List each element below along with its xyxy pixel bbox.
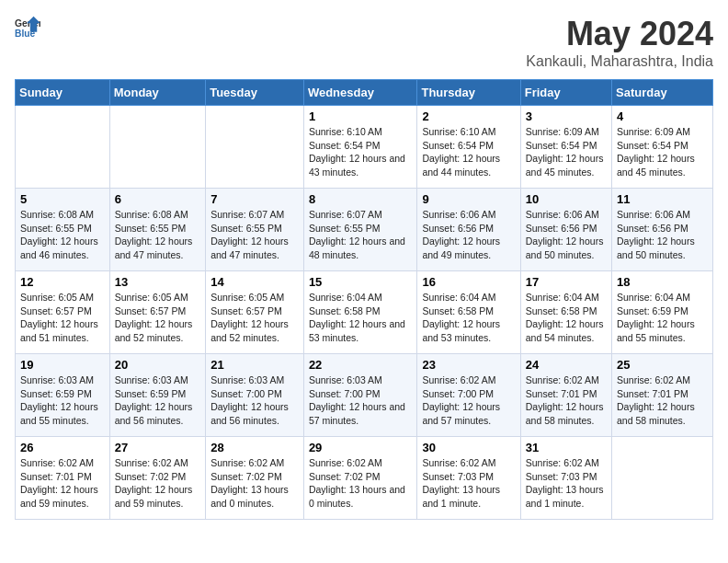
day-number: 1 [309,109,413,123]
day-number: 12 [20,275,105,289]
day-info: Sunrise: 6:05 AM Sunset: 6:57 PM Dayligh… [210,291,299,345]
calendar-body: 1Sunrise: 6:10 AM Sunset: 6:54 PM Daylig… [16,106,713,520]
day-info: Sunrise: 6:04 AM Sunset: 6:58 PM Dayligh… [422,291,515,345]
main-title: May 2024 [526,15,713,53]
day-number: 23 [422,358,515,372]
day-cell: 16Sunrise: 6:04 AM Sunset: 6:58 PM Dayli… [417,271,520,354]
day-number: 7 [210,192,299,206]
day-info: Sunrise: 6:02 AM Sunset: 7:00 PM Dayligh… [422,373,515,428]
day-info: Sunrise: 6:06 AM Sunset: 6:56 PM Dayligh… [617,208,708,262]
day-number: 20 [115,358,200,372]
day-number: 25 [617,358,708,372]
day-info: Sunrise: 6:02 AM Sunset: 7:02 PM Dayligh… [210,456,299,511]
day-cell: 26Sunrise: 6:02 AM Sunset: 7:01 PM Dayli… [16,437,110,520]
day-cell: 3Sunrise: 6:09 AM Sunset: 6:54 PM Daylig… [520,106,611,189]
day-info: Sunrise: 6:04 AM Sunset: 6:58 PM Dayligh… [526,291,607,345]
calendar-table: SundayMondayTuesdayWednesdayThursdayFrid… [15,79,713,520]
day-info: Sunrise: 6:04 AM Sunset: 6:58 PM Dayligh… [309,291,413,345]
day-cell: 27Sunrise: 6:02 AM Sunset: 7:02 PM Dayli… [109,437,205,520]
day-cell: 5Sunrise: 6:08 AM Sunset: 6:55 PM Daylig… [16,189,110,271]
day-number: 2 [422,109,515,123]
header-cell-monday: Monday [109,80,205,106]
day-number: 16 [422,275,515,289]
day-info: Sunrise: 6:02 AM Sunset: 7:02 PM Dayligh… [309,456,413,511]
day-number: 14 [210,275,299,289]
day-cell: 20Sunrise: 6:03 AM Sunset: 6:59 PM Dayli… [109,354,205,437]
day-cell: 4Sunrise: 6:09 AM Sunset: 6:54 PM Daylig… [612,106,713,189]
day-info: Sunrise: 6:02 AM Sunset: 7:01 PM Dayligh… [617,373,708,428]
day-number: 19 [20,358,105,372]
day-info: Sunrise: 6:02 AM Sunset: 7:02 PM Dayligh… [115,456,200,511]
day-cell: 15Sunrise: 6:04 AM Sunset: 6:58 PM Dayli… [303,271,417,354]
day-cell: 18Sunrise: 6:04 AM Sunset: 6:59 PM Dayli… [612,271,713,354]
day-info: Sunrise: 6:04 AM Sunset: 6:59 PM Dayligh… [617,291,708,345]
day-info: Sunrise: 6:09 AM Sunset: 6:54 PM Dayligh… [526,125,607,179]
subtitle: Kankauli, Maharashtra, India [526,53,713,70]
day-number: 4 [617,109,708,123]
calendar-header: SundayMondayTuesdayWednesdayThursdayFrid… [16,80,713,106]
header-cell-thursday: Thursday [417,80,520,106]
day-number: 28 [210,441,299,454]
day-cell: 14Sunrise: 6:05 AM Sunset: 6:57 PM Dayli… [206,271,304,354]
day-cell: 6Sunrise: 6:08 AM Sunset: 6:55 PM Daylig… [109,189,205,271]
day-number: 31 [526,441,607,454]
day-info: Sunrise: 6:06 AM Sunset: 6:56 PM Dayligh… [422,208,515,262]
day-cell: 17Sunrise: 6:04 AM Sunset: 6:58 PM Dayli… [520,271,611,354]
header-cell-saturday: Saturday [612,80,713,106]
week-row-4: 19Sunrise: 6:03 AM Sunset: 6:59 PM Dayli… [16,354,713,437]
day-cell: 8Sunrise: 6:07 AM Sunset: 6:55 PM Daylig… [303,189,417,271]
day-number: 17 [526,275,607,289]
day-cell [16,106,110,189]
day-cell [109,106,205,189]
day-cell: 19Sunrise: 6:03 AM Sunset: 6:59 PM Dayli… [16,354,110,437]
day-cell: 10Sunrise: 6:06 AM Sunset: 6:56 PM Dayli… [520,189,611,271]
header: General Blue May 2024 Kankauli, Maharash… [15,15,713,70]
week-row-2: 5Sunrise: 6:08 AM Sunset: 6:55 PM Daylig… [16,189,713,271]
day-cell: 7Sunrise: 6:07 AM Sunset: 6:55 PM Daylig… [206,189,304,271]
week-row-1: 1Sunrise: 6:10 AM Sunset: 6:54 PM Daylig… [16,106,713,189]
day-info: Sunrise: 6:06 AM Sunset: 6:56 PM Dayligh… [526,208,607,262]
day-info: Sunrise: 6:09 AM Sunset: 6:54 PM Dayligh… [617,125,708,179]
week-row-3: 12Sunrise: 6:05 AM Sunset: 6:57 PM Dayli… [16,271,713,354]
day-cell: 13Sunrise: 6:05 AM Sunset: 6:57 PM Dayli… [109,271,205,354]
day-info: Sunrise: 6:03 AM Sunset: 6:59 PM Dayligh… [20,373,105,428]
day-cell: 30Sunrise: 6:02 AM Sunset: 7:03 PM Dayli… [417,437,520,520]
day-cell: 29Sunrise: 6:02 AM Sunset: 7:02 PM Dayli… [303,437,417,520]
day-info: Sunrise: 6:02 AM Sunset: 7:03 PM Dayligh… [422,456,515,511]
day-cell [612,437,713,520]
day-cell: 1Sunrise: 6:10 AM Sunset: 6:54 PM Daylig… [303,106,417,189]
day-info: Sunrise: 6:03 AM Sunset: 7:00 PM Dayligh… [210,373,299,428]
day-number: 8 [309,192,413,206]
day-cell: 23Sunrise: 6:02 AM Sunset: 7:00 PM Dayli… [417,354,520,437]
day-number: 13 [115,275,200,289]
day-info: Sunrise: 6:05 AM Sunset: 6:57 PM Dayligh… [20,291,105,345]
day-number: 22 [309,358,413,372]
day-cell: 31Sunrise: 6:02 AM Sunset: 7:03 PM Dayli… [520,437,611,520]
header-cell-friday: Friday [520,80,611,106]
logo-icon: General Blue [15,15,40,40]
day-number: 15 [309,275,413,289]
week-row-5: 26Sunrise: 6:02 AM Sunset: 7:01 PM Dayli… [16,437,713,520]
day-info: Sunrise: 6:08 AM Sunset: 6:55 PM Dayligh… [115,208,200,262]
day-number: 30 [422,441,515,454]
header-cell-tuesday: Tuesday [206,80,304,106]
day-info: Sunrise: 6:08 AM Sunset: 6:55 PM Dayligh… [20,208,105,262]
day-cell: 28Sunrise: 6:02 AM Sunset: 7:02 PM Dayli… [206,437,304,520]
day-cell: 12Sunrise: 6:05 AM Sunset: 6:57 PM Dayli… [16,271,110,354]
day-number: 5 [20,192,105,206]
day-info: Sunrise: 6:10 AM Sunset: 6:54 PM Dayligh… [422,125,515,179]
day-cell: 11Sunrise: 6:06 AM Sunset: 6:56 PM Dayli… [612,189,713,271]
day-number: 26 [20,441,105,454]
day-number: 24 [526,358,607,372]
day-info: Sunrise: 6:10 AM Sunset: 6:54 PM Dayligh… [309,125,413,179]
logo: General Blue [15,15,40,40]
day-number: 10 [526,192,607,206]
day-info: Sunrise: 6:02 AM Sunset: 7:03 PM Dayligh… [526,456,607,511]
header-row: SundayMondayTuesdayWednesdayThursdayFrid… [16,80,713,106]
day-cell: 24Sunrise: 6:02 AM Sunset: 7:01 PM Dayli… [520,354,611,437]
day-number: 21 [210,358,299,372]
header-cell-sunday: Sunday [16,80,110,106]
day-info: Sunrise: 6:05 AM Sunset: 6:57 PM Dayligh… [115,291,200,345]
day-number: 27 [115,441,200,454]
day-number: 18 [617,275,708,289]
